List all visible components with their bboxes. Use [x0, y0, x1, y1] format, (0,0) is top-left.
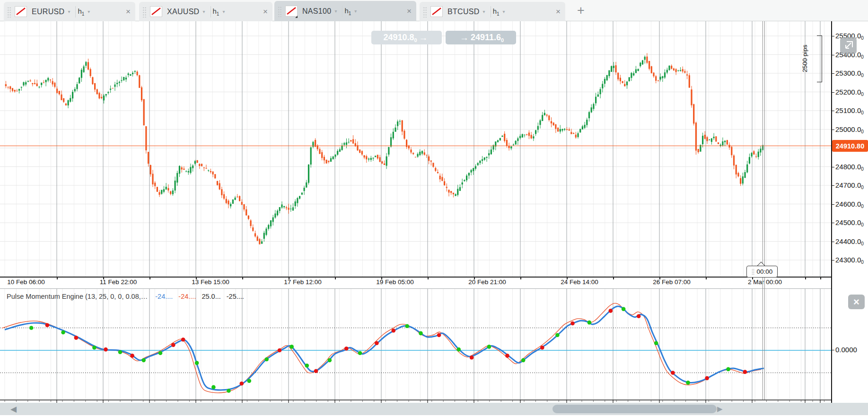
time-tick [289, 277, 289, 279]
drag-grip-icon [422, 6, 427, 17]
time-tick [381, 277, 382, 279]
price-tick [832, 185, 834, 186]
buy-arrow-icon: → [458, 33, 471, 43]
chevron-down-icon[interactable]: ▾ [202, 9, 205, 14]
chart-tab-bar: + EURUSD▾h1▾×XAUUSD▾h1▾×NAS100▾h1▾×BTCUS… [0, 0, 868, 21]
scrollbar-thumb[interactable] [552, 405, 717, 413]
chart-tab-nas100[interactable]: NAS100▾h1▾× [274, 1, 416, 21]
time-axis-label: 20 Feb 21:00 [468, 278, 506, 286]
pips-bracket [817, 35, 822, 82]
oscillator-chart[interactable] [0, 289, 831, 403]
crosshair-line [763, 21, 763, 400]
crosshair-line [764, 21, 765, 400]
time-axis-label: 13 Feb 15:00 [192, 278, 229, 286]
time-tick [820, 277, 821, 279]
candlestick-chart[interactable] [0, 21, 831, 277]
drag-grip-icon [142, 6, 146, 17]
tab-symbol: NAS100 [302, 7, 331, 16]
current-price-tag: 24910.80 [832, 140, 868, 152]
time-tick [474, 277, 475, 279]
price-tick [832, 242, 834, 242]
chart-tab-eurusd[interactable]: EURUSD▾h1▾× [4, 2, 135, 21]
chevron-down-icon[interactable]: ▾ [354, 9, 357, 14]
price-tick [832, 130, 834, 130]
scroll-left-arrow-icon[interactable]: ◀ [10, 404, 17, 414]
time-axis[interactable]: 10 Feb 06:0011 Feb 22:0013 Feb 15:0017 F… [0, 278, 831, 288]
close-tab-icon[interactable]: × [256, 7, 268, 17]
time-axis-label: 24 Feb 14:00 [561, 278, 598, 286]
sell-arrow-icon: → [417, 33, 430, 43]
crosshair-time-label[interactable]: 00:00 [746, 266, 778, 278]
chevron-down-icon[interactable]: ▾ [68, 9, 70, 14]
chevron-down-icon[interactable]: ▾ [88, 9, 90, 14]
price-axis-label: 24300.00 [835, 256, 864, 265]
new-chart-tab-button[interactable]: + [572, 3, 589, 19]
buy-quote-button[interactable]: →24911.60 [446, 31, 516, 44]
timeframe-label[interactable]: h1 [493, 7, 500, 17]
price-tick [832, 92, 834, 93]
time-axis-label: 10 Feb 06:00 [7, 278, 45, 286]
price-axis[interactable]: 24910.80 0.0000 × 25500.0025400.0025300.… [831, 21, 868, 403]
price-axis-label: 24400.00 [835, 237, 864, 246]
price-tick [832, 167, 834, 167]
price-axis-label: 24500.00 [835, 218, 864, 227]
bid-price: 24910.8 [383, 33, 414, 43]
main-chart-panel[interactable]: 24910.80→ →24911.60 2500 pips 00:00 [0, 21, 831, 278]
indicator-parameter-value: -24.... [155, 293, 173, 300]
indicator-parameter-value: -24.... [178, 293, 196, 300]
chart-tab-xauusd[interactable]: XAUUSD▾h1▾× [139, 2, 272, 21]
close-tab-icon[interactable]: × [549, 7, 561, 17]
time-tick [103, 277, 104, 279]
price-tick [832, 204, 834, 205]
current-price-line [0, 146, 831, 146]
time-tick [659, 277, 660, 279]
trading-platform-window: + EURUSD▾h1▾×XAUUSD▾h1▾×NAS100▾h1▾×BTCUS… [0, 0, 868, 417]
sell-quote-button[interactable]: 24910.80→ [371, 31, 442, 44]
time-axis-label: 11 Feb 22:00 [100, 278, 137, 286]
chart-line-icon [285, 6, 298, 17]
chart-line-icon [15, 6, 27, 17]
price-axis-label: 24700.00 [835, 181, 864, 190]
price-axis-label: 25000.00 [835, 125, 864, 134]
time-axis-label: 17 Feb 12:00 [284, 278, 322, 286]
chevron-down-icon[interactable]: ▾ [483, 9, 485, 14]
price-axis-label: 24600.00 [835, 200, 864, 209]
time-tick [242, 277, 243, 279]
scroll-right-arrow-icon[interactable]: ▶ [717, 405, 723, 413]
time-axis-label: 2 Mar 00:00 [748, 278, 782, 286]
indicator-parameter-value: 25.0... [202, 293, 220, 300]
timeframe-label[interactable]: h1 [344, 7, 351, 16]
drag-grip-icon [277, 6, 281, 17]
chevron-down-icon[interactable]: ▾ [334, 9, 337, 14]
chart-line-icon [150, 6, 162, 17]
timeframe-label[interactable]: h1 [213, 7, 219, 17]
indicator-panel[interactable]: Pulse Momentum Engine (13, 25, 0, 0, 0.0… [0, 288, 831, 403]
time-tick [57, 277, 58, 279]
scale-to-fit-icon[interactable] [840, 37, 857, 54]
time-axis-label: 19 Feb 05:00 [376, 278, 414, 286]
indicator-parameter-value: -25.... [227, 293, 244, 300]
drag-grip-icon [752, 269, 754, 275]
chart-scrollbar[interactable]: ◀ ▶ [0, 403, 868, 415]
chevron-down-icon[interactable]: ▾ [222, 9, 225, 14]
time-tick [520, 277, 521, 279]
close-tab-icon[interactable]: × [400, 7, 412, 16]
time-tick [428, 277, 429, 279]
price-tick [832, 55, 834, 55]
price-tick [832, 73, 834, 74]
price-tick [832, 36, 834, 36]
price-tick [832, 111, 834, 111]
tab-symbol: EURUSD [32, 8, 64, 16]
ask-price: 24911.6 [471, 33, 501, 43]
chevron-down-icon[interactable]: ▾ [503, 9, 505, 14]
price-axis-label: 25200.00 [835, 88, 864, 97]
time-tick [335, 277, 336, 279]
time-tick [149, 277, 150, 279]
price-tick [832, 223, 834, 223]
tab-symbol: BTCUSD [447, 8, 480, 16]
chart-tab-btcusd[interactable]: BTCUSD▾h1▾× [420, 2, 565, 21]
timeframe-label[interactable]: h1 [78, 7, 84, 17]
indicator-close-button[interactable]: × [848, 295, 865, 309]
time-tick [567, 277, 568, 279]
close-tab-icon[interactable]: × [119, 7, 131, 17]
